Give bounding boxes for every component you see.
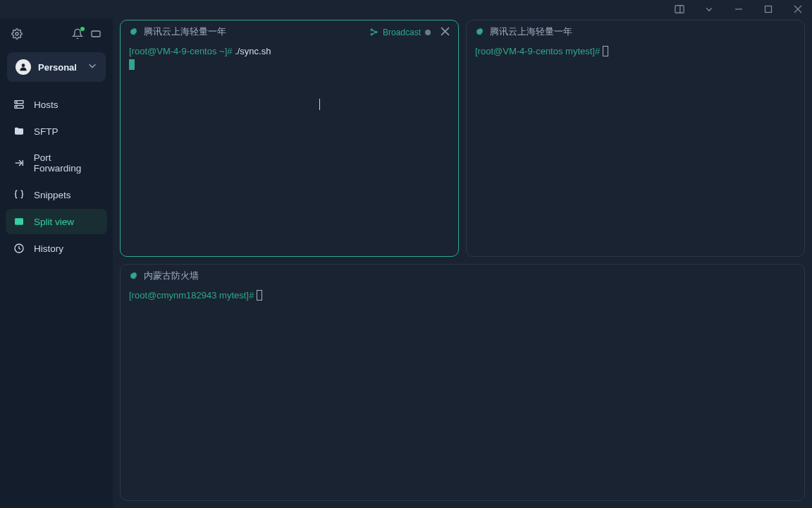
svg-rect-3 xyxy=(765,6,772,13)
split-view-icon xyxy=(13,216,25,227)
panel-icon[interactable] xyxy=(90,28,102,42)
svg-point-11 xyxy=(16,102,17,102)
terminal-cursor xyxy=(257,290,262,301)
svg-point-6 xyxy=(16,32,18,35)
user-avatar-icon xyxy=(16,59,31,75)
nav-label: Split view xyxy=(34,217,74,227)
terminal-body[interactable]: [root@cmynm182943 mytest]# xyxy=(121,288,804,500)
pane-title: 腾讯云上海轻量一年 xyxy=(144,26,364,38)
workspace-name: Personal xyxy=(38,62,80,73)
svg-point-12 xyxy=(16,107,17,107)
broadcast-button[interactable]: Broadcast xyxy=(369,28,431,37)
close-icon[interactable] xyxy=(441,27,450,38)
svg-line-21 xyxy=(372,32,376,34)
window-minimize-button[interactable] xyxy=(729,0,749,18)
terminal-prompt: [root@VM-4-9-centos ~]# xyxy=(129,46,233,56)
svg-line-20 xyxy=(372,30,376,32)
window-titlebar xyxy=(0,0,812,18)
nav-item-port-forwarding[interactable]: Port Forwarding xyxy=(6,145,107,181)
svg-rect-7 xyxy=(92,31,100,37)
terminal-prompt: [root@cmynm182943 mytest]# xyxy=(129,290,254,301)
nav-item-sftp[interactable]: SFTP xyxy=(6,119,107,144)
nav-label: History xyxy=(34,243,63,254)
gear-icon[interactable] xyxy=(129,27,138,38)
terminal-cursor xyxy=(603,46,608,56)
nav-label: Hosts xyxy=(34,99,59,110)
braces-icon xyxy=(13,189,25,200)
terminal-prompt: [root@VM-4-9-centos mytest]# xyxy=(475,46,600,56)
nav-item-snippets[interactable]: Snippets xyxy=(6,182,107,207)
pane-title: 内蒙古防火墙 xyxy=(144,270,796,282)
folder-icon xyxy=(13,126,25,137)
pane-header: 腾讯云上海轻量一年 xyxy=(467,20,804,44)
pane-header: 内蒙古防火墙 xyxy=(121,265,804,288)
terminal-command: ./sync.sh xyxy=(235,46,271,56)
pane-header: 腾讯云上海轻量一年 Broadcast xyxy=(121,20,458,44)
notification-dot xyxy=(80,27,85,31)
terminal-body[interactable]: [root@VM-4-9-centos ~]# ./sync.sh xyxy=(121,44,458,256)
broadcast-status-dot xyxy=(425,30,431,35)
hosts-icon xyxy=(13,99,25,110)
broadcast-label: Broadcast xyxy=(383,28,421,37)
nav-item-history[interactable]: History xyxy=(6,236,107,261)
nav-label: SFTP xyxy=(34,126,59,137)
terminal-body[interactable]: [root@VM-4-9-centos mytest]# xyxy=(467,44,804,256)
sidebar: Personal Hosts SFTP Port Forwarding Snip… xyxy=(0,18,113,508)
main-area: 腾讯云上海轻量一年 Broadcast [root@VM-4-9-centos … xyxy=(113,18,812,508)
nav-label: Snippets xyxy=(34,190,71,200)
chevron-down-icon[interactable] xyxy=(699,0,719,18)
forward-icon xyxy=(13,157,25,169)
nav-item-split-view[interactable]: Split view xyxy=(6,209,107,234)
terminal-cursor xyxy=(129,59,135,70)
window-maximize-button[interactable] xyxy=(758,0,778,18)
nav-item-hosts[interactable]: Hosts xyxy=(6,92,107,117)
nav: Hosts SFTP Port Forwarding Snippets Spli… xyxy=(0,87,113,265)
nav-label: Port Forwarding xyxy=(34,152,100,174)
pane-title: 腾讯云上海轻量一年 xyxy=(490,26,796,38)
layout-toggle-icon[interactable] xyxy=(670,0,689,18)
text-caret xyxy=(319,99,320,110)
gear-icon[interactable] xyxy=(475,27,484,38)
gear-icon[interactable] xyxy=(129,271,138,282)
terminal-pane-top-right[interactable]: 腾讯云上海轻量一年 [root@VM-4-9-centos mytest]# xyxy=(466,20,805,257)
terminal-pane-bottom[interactable]: 内蒙古防火墙 [root@cmynm182943 mytest]# xyxy=(120,264,805,501)
notifications-icon[interactable] xyxy=(72,28,83,42)
sidebar-top xyxy=(0,24,113,52)
settings-icon[interactable] xyxy=(11,28,23,42)
svg-rect-14 xyxy=(15,218,23,224)
svg-rect-0 xyxy=(675,6,684,13)
chevron-down-icon xyxy=(87,61,97,73)
workspace-selector[interactable]: Personal xyxy=(7,52,106,82)
svg-point-8 xyxy=(22,64,25,67)
terminal-pane-top-left[interactable]: 腾讯云上海轻量一年 Broadcast [root@VM-4-9-centos … xyxy=(120,20,459,257)
history-icon xyxy=(13,243,25,254)
window-close-button[interactable] xyxy=(788,0,808,18)
